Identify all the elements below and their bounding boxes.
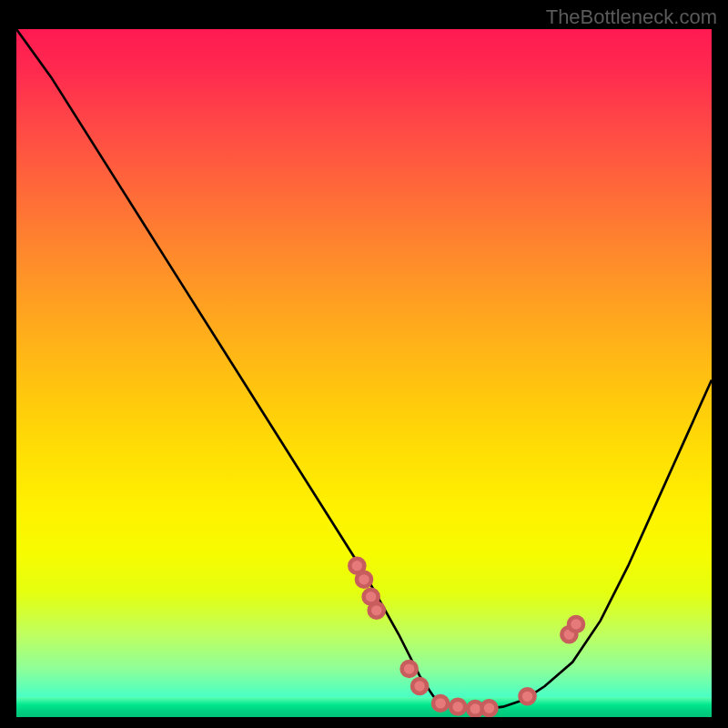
watermark-text: TheBottleneck.com: [546, 5, 717, 29]
curve-marker: [412, 679, 427, 693]
curve-marker: [433, 696, 448, 711]
bottleneck-curve-path: [16, 29, 712, 710]
marker-group: [349, 559, 583, 716]
curve-marker: [521, 689, 535, 703]
curve-marker: [369, 603, 384, 618]
curve-marker: [481, 701, 496, 715]
curve-marker: [402, 662, 417, 676]
curve-marker: [450, 700, 465, 714]
chart-svg: [16, 29, 712, 717]
chart-plot-area: [16, 29, 712, 717]
curve-marker: [569, 617, 583, 632]
curve-marker: [357, 572, 371, 587]
